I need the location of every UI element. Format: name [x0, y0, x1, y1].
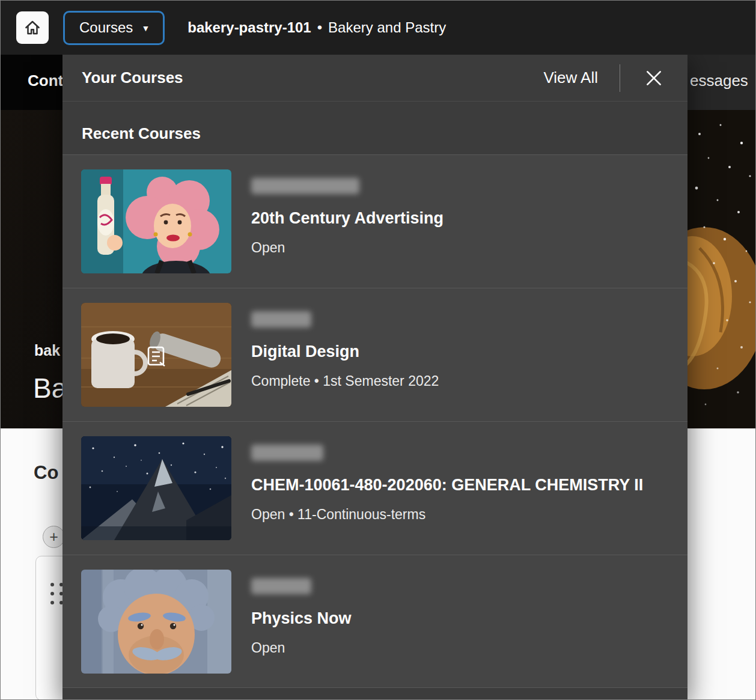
pastry-illustration — [687, 110, 756, 428]
add-content-button[interactable]: + — [43, 526, 65, 548]
blurred-course-id-badge — [251, 445, 323, 461]
breadcrumb: bakery-pastry-101•Bakery and Pastry — [187, 19, 446, 36]
close-button[interactable] — [641, 65, 667, 91]
chevron-down-icon: ▼ — [141, 23, 150, 33]
panel-title: Your Courses — [82, 68, 183, 87]
course-title: CHEM-10061-480-202060: GENERAL CHEMISTRY… — [251, 476, 643, 495]
hero-course-id-partial: bak — [34, 342, 60, 359]
blurred-course-id-badge — [251, 578, 311, 594]
courses-menu-button[interactable]: Courses ▼ — [63, 11, 165, 45]
screen: Cont essages bak Ba Co — [0, 0, 756, 700]
tab-content-partial[interactable]: Cont — [28, 72, 63, 90]
blurred-course-id-badge — [251, 311, 311, 327]
course-title: 20th Century Advertising — [251, 209, 444, 228]
course-title: Physics Now — [251, 609, 352, 628]
pastry-banner-image — [687, 110, 756, 428]
course-title: Digital Design — [251, 342, 439, 361]
course-row-text: Physics Now Open — [251, 570, 352, 656]
your-courses-panel: Your Courses View All Recent Courses — [62, 55, 687, 700]
course-row-text: Digital Design Complete • 1st Semester 2… — [251, 303, 439, 389]
home-button[interactable] — [16, 11, 49, 44]
tab-messages-partial[interactable]: essages — [690, 72, 748, 90]
courses-button-label: Courses — [79, 19, 133, 36]
home-icon — [23, 19, 41, 37]
drag-handle-icon[interactable] — [50, 583, 63, 604]
plus-icon: + — [49, 528, 58, 546]
course-id-label: bakery-pastry-101 — [187, 19, 311, 35]
separator-dot: • — [317, 19, 322, 35]
course-thumbnail-einstein-figure — [81, 570, 231, 674]
course-list-item[interactable]: Physics Now Open — [62, 555, 687, 688]
course-status: Open — [251, 640, 352, 656]
hero-course-title-partial: Ba — [33, 372, 67, 404]
course-thumbnail-coffee-desk — [81, 303, 231, 407]
recent-courses-heading: Recent Courses — [62, 102, 687, 141]
course-status: Complete • 1st Semester 2022 — [251, 373, 439, 389]
course-list-item[interactable]: Digital Design Complete • 1st Semester 2… — [62, 288, 687, 421]
header-divider — [620, 64, 620, 92]
course-list-item[interactable]: CHEM-10061-480-202060: GENERAL CHEMISTRY… — [62, 421, 687, 555]
close-icon — [644, 68, 664, 88]
top-navigation-bar: Courses ▼ bakery-pastry-101•Bakery and P… — [1, 1, 755, 55]
course-row-text: CHEM-10061-480-202060: GENERAL CHEMISTRY… — [251, 436, 643, 523]
content-heading-partial: Co — [34, 462, 58, 484]
course-list-item[interactable]: 20th Century Advertising Open — [62, 154, 687, 288]
blurred-course-id-badge — [251, 178, 359, 194]
view-all-link[interactable]: View All — [543, 68, 598, 87]
course-thumbnail-starry-mountain — [81, 436, 231, 540]
course-status: Open — [251, 240, 444, 256]
course-name-label: Bakery and Pastry — [328, 19, 446, 35]
panel-header: Your Courses View All — [62, 55, 687, 102]
course-status: Open • 11-Continuous-terms — [251, 507, 643, 523]
course-row-text: 20th Century Advertising Open — [251, 169, 444, 256]
course-thumbnail-pinup-advertising — [81, 169, 231, 273]
